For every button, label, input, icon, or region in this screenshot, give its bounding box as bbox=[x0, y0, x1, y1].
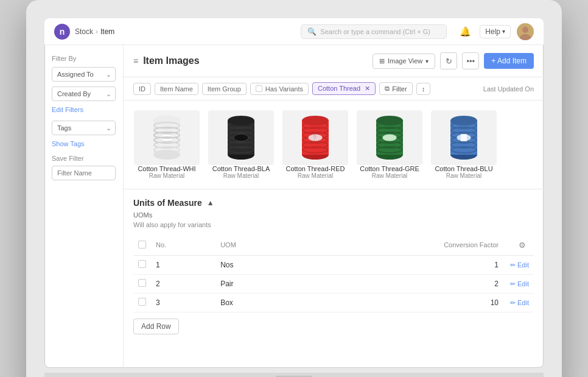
avatar[interactable] bbox=[517, 23, 534, 40]
item-type: Raw Material bbox=[223, 172, 259, 179]
filter-id[interactable]: ID bbox=[133, 83, 151, 95]
col-conversion-factor: Conversion Factor bbox=[297, 234, 503, 256]
item-name: Cotton Thread-BLA bbox=[212, 165, 270, 172]
uom-collapse-button[interactable]: ▲ bbox=[207, 199, 214, 207]
refresh-icon: ↻ bbox=[446, 57, 452, 66]
svg-point-23 bbox=[228, 116, 254, 125]
col-uom: UOM bbox=[215, 234, 297, 256]
filter-cotton-thread[interactable]: Cotton Thread ✕ bbox=[312, 82, 376, 95]
row-2-no: 2 bbox=[151, 275, 215, 294]
header-actions: ⊞ Image View ▾ ↻ ••• + Add Item bbox=[373, 52, 534, 69]
add-row-button[interactable]: Add Row bbox=[133, 319, 179, 334]
add-item-button[interactable]: + Add Item bbox=[484, 53, 534, 69]
assigned-to-filter[interactable]: Assigned To bbox=[52, 67, 116, 82]
filter-by-label: Filter By bbox=[52, 55, 116, 62]
svg-point-44 bbox=[376, 116, 403, 125]
item-name: Cotton Thread-GRE bbox=[360, 165, 419, 172]
filter-button[interactable]: ⧉ Filter bbox=[379, 82, 412, 95]
uom-title: Units of Measure bbox=[133, 198, 202, 208]
image-view-button[interactable]: ⊞ Image View ▾ bbox=[373, 54, 435, 69]
filter-item-name[interactable]: Item Name bbox=[155, 83, 198, 95]
row-2-edit-button[interactable]: ✏ Edit bbox=[508, 280, 529, 288]
item-card-white[interactable]: Cotton Thread-WHI Raw Material bbox=[133, 110, 200, 179]
row-2-checkbox[interactable] bbox=[138, 279, 146, 287]
edit-filters-link[interactable]: Edit Filters bbox=[52, 106, 116, 113]
uom-header: Units of Measure ▲ bbox=[133, 198, 534, 208]
last-updated-label: Last Updated On bbox=[483, 85, 534, 93]
item-card-green[interactable]: Cotton Thread-GRE Raw Material bbox=[356, 110, 423, 179]
svg-point-33 bbox=[302, 116, 329, 125]
sort-button[interactable]: ↕ bbox=[416, 83, 431, 95]
checkbox-icon bbox=[256, 85, 262, 92]
item-type: Raw Material bbox=[149, 172, 184, 179]
svg-point-1 bbox=[520, 34, 531, 40]
uom-section: Units of Measure ▲ UOMs Will also apply … bbox=[124, 189, 544, 343]
uom-note: Will also apply for variants bbox=[133, 221, 534, 228]
table-settings-icon[interactable]: ⚙ bbox=[516, 238, 529, 252]
right-panel: ≡ Item Images ⊞ Image View ▾ ↻ bbox=[124, 45, 544, 368]
chevron-down-icon: ▾ bbox=[502, 28, 505, 35]
item-name: Cotton Thread-RED bbox=[285, 165, 345, 172]
app-logo[interactable]: n bbox=[54, 24, 70, 40]
svg-text:?: ? bbox=[313, 135, 317, 141]
notifications-bell[interactable]: 🔔 bbox=[457, 23, 474, 40]
row-1-uom: Nos bbox=[215, 256, 297, 275]
more-icon: ••• bbox=[466, 57, 475, 66]
uom-subtitle: UOMs bbox=[133, 211, 534, 219]
filter-bar: ID Item Name Item Group Has Variants Cot… bbox=[124, 77, 544, 100]
breadcrumb-stock[interactable]: Stock bbox=[75, 27, 93, 36]
filter-name-input[interactable] bbox=[52, 166, 116, 180]
row-1-no: 1 bbox=[151, 256, 215, 275]
sidebar-filters: Filter By Assigned To Created By Edit Fi… bbox=[44, 45, 124, 368]
more-options-button[interactable]: ••• bbox=[462, 52, 479, 69]
image-grid: Cotton Thread-WHI Raw Material bbox=[124, 100, 544, 189]
item-card-red[interactable]: ? Cotton Thread-RED Raw Material bbox=[282, 110, 349, 179]
row-3-conversion: 10 bbox=[297, 294, 503, 312]
item-card-black[interactable]: Cotton Thread-BLA Raw Material bbox=[208, 110, 275, 179]
grid-icon: ⊞ bbox=[379, 57, 385, 65]
table-row: 3 Box 10 ✏ Edit bbox=[133, 294, 534, 312]
top-navigation: n Stock › Item 🔍 Search or type a comman… bbox=[44, 18, 544, 45]
page-header: ≡ Item Images ⊞ Image View ▾ ↻ bbox=[124, 45, 544, 77]
show-tags-link[interactable]: Show Tags bbox=[52, 140, 116, 147]
created-by-select[interactable]: Created By bbox=[52, 86, 116, 101]
help-button[interactable]: Help ▾ bbox=[480, 25, 511, 38]
svg-point-24 bbox=[234, 134, 248, 141]
svg-point-45 bbox=[382, 134, 397, 141]
row-2-conversion: 2 bbox=[297, 275, 503, 294]
filter-item-group[interactable]: Item Group bbox=[202, 83, 247, 95]
tags-select[interactable]: Tags bbox=[52, 121, 116, 135]
item-card-blue[interactable]: Cotton Thread-BLU Raw Material bbox=[430, 110, 497, 179]
svg-rect-56 bbox=[461, 134, 467, 141]
refresh-button[interactable]: ↻ bbox=[440, 52, 457, 69]
sort-icon: ↕ bbox=[422, 85, 425, 93]
item-type: Raw Material bbox=[446, 172, 481, 179]
row-1-conversion: 1 bbox=[297, 256, 503, 275]
filter-has-variants[interactable]: Has Variants bbox=[250, 83, 309, 95]
svg-point-0 bbox=[522, 27, 528, 33]
created-by-filter[interactable]: Created By bbox=[52, 86, 116, 101]
global-search[interactable]: 🔍 Search or type a command (Ctrl + G) bbox=[301, 24, 447, 39]
row-3-checkbox[interactable] bbox=[138, 298, 146, 306]
row-1-checkbox[interactable] bbox=[138, 260, 146, 268]
uom-table: No. UOM Conversion Factor ⚙ bbox=[133, 234, 534, 312]
item-type: Raw Material bbox=[372, 172, 407, 179]
row-3-no: 3 bbox=[151, 294, 215, 312]
col-no: No. bbox=[151, 234, 215, 256]
breadcrumb-item[interactable]: Item bbox=[100, 27, 114, 36]
edit-icon: ✏ bbox=[510, 299, 516, 307]
row-1-edit-button[interactable]: ✏ Edit bbox=[508, 261, 529, 269]
search-icon: 🔍 bbox=[307, 27, 317, 36]
tags-filter: Tags bbox=[52, 121, 116, 135]
assigned-to-select[interactable]: Assigned To bbox=[52, 67, 116, 82]
select-all-checkbox[interactable] bbox=[138, 241, 146, 248]
row-2-uom: Pair bbox=[215, 275, 297, 294]
chevron-down-icon: ▾ bbox=[425, 58, 429, 65]
item-name: Cotton Thread-WHI bbox=[138, 165, 195, 172]
breadcrumb: Stock › Item bbox=[75, 27, 114, 36]
edit-icon: ✏ bbox=[510, 261, 516, 269]
row-3-uom: Box bbox=[215, 294, 297, 312]
row-3-edit-button[interactable]: ✏ Edit bbox=[508, 299, 529, 307]
nav-actions: 🔔 Help ▾ bbox=[457, 23, 534, 40]
table-row: 1 Nos 1 ✏ Edit bbox=[133, 256, 534, 275]
